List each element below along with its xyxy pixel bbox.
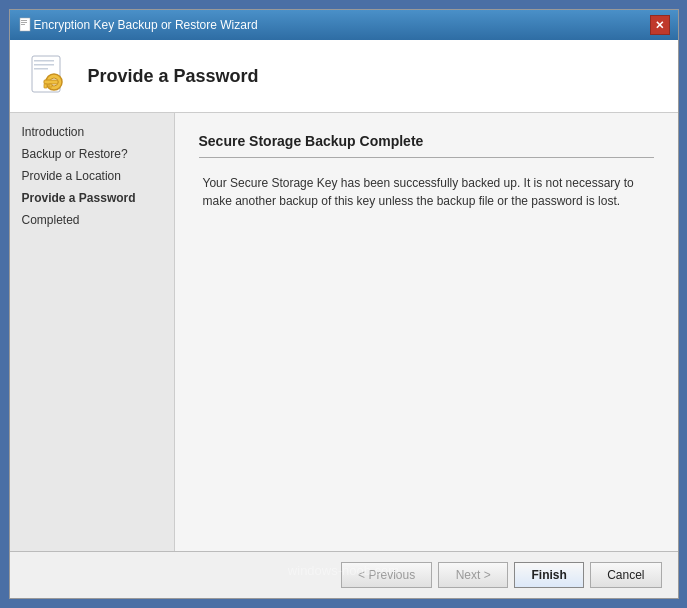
next-button[interactable]: Next > — [438, 562, 508, 588]
previous-button[interactable]: < Previous — [341, 562, 432, 588]
window-icon — [18, 17, 34, 33]
svg-rect-5 — [34, 60, 54, 62]
title-bar-left: Encryption Key Backup or Restore Wizard — [18, 17, 258, 33]
svg-rect-1 — [21, 20, 27, 21]
svg-rect-12 — [49, 84, 52, 87]
content-body: Your Secure Storage Key has been success… — [199, 174, 654, 210]
wizard-header: Provide a Password — [10, 40, 678, 113]
close-button[interactable]: ✕ — [650, 15, 670, 35]
key-icon — [26, 52, 74, 100]
sidebar-item-provide-password[interactable]: Provide a Password — [10, 187, 174, 209]
sidebar-item-provide-location[interactable]: Provide a Location — [10, 165, 174, 187]
content-area: Introduction Backup or Restore? Provide … — [10, 113, 678, 551]
sidebar-item-introduction[interactable]: Introduction — [10, 121, 174, 143]
svg-rect-11 — [44, 84, 47, 88]
title-bar: Encryption Key Backup or Restore Wizard … — [10, 10, 678, 40]
wizard-header-title: Provide a Password — [88, 66, 259, 87]
sidebar-item-completed[interactable]: Completed — [10, 209, 174, 231]
svg-rect-3 — [21, 24, 25, 25]
wizard-footer: < Previous Next > Finish Cancel — [10, 551, 678, 598]
svg-rect-10 — [44, 80, 58, 84]
svg-rect-6 — [34, 64, 54, 66]
cancel-button[interactable]: Cancel — [590, 562, 661, 588]
wizard-window: Encryption Key Backup or Restore Wizard … — [9, 9, 679, 599]
svg-rect-2 — [21, 22, 27, 23]
sidebar: Introduction Backup or Restore? Provide … — [10, 113, 175, 551]
main-content: Secure Storage Backup Complete Your Secu… — [175, 113, 678, 551]
sidebar-item-backup-restore[interactable]: Backup or Restore? — [10, 143, 174, 165]
finish-button[interactable]: Finish — [514, 562, 584, 588]
window-title: Encryption Key Backup or Restore Wizard — [34, 18, 258, 32]
content-title: Secure Storage Backup Complete — [199, 133, 654, 158]
svg-rect-7 — [34, 68, 48, 70]
